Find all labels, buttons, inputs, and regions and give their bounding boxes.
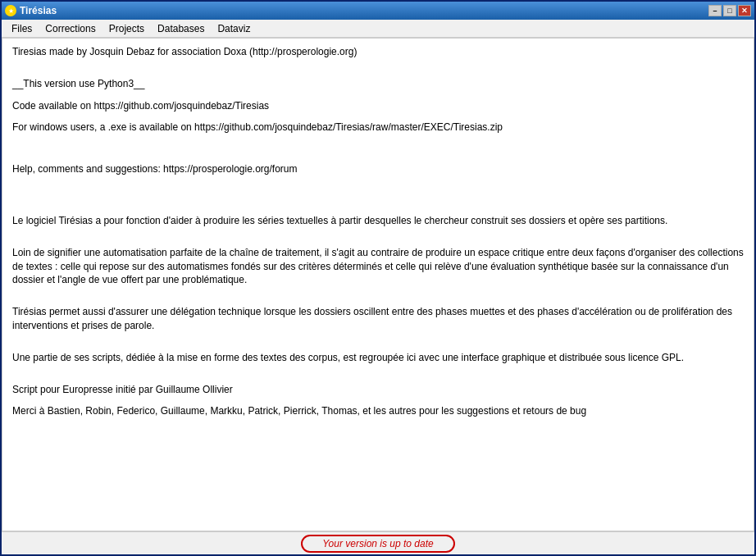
help-line: Help, comments and suggestions: https://… (12, 162, 744, 176)
title-bar: ★ Tirésias – □ ✕ (2, 2, 754, 20)
description-line3: Tirésias permet aussi d'assurer une délé… (12, 305, 744, 333)
menu-bar: Files Corrections Projects Databases Dat… (2, 20, 754, 38)
window-title: Tirésias (20, 5, 57, 16)
description-line1: Le logiciel Tirésias a pour fonction d'a… (12, 214, 744, 228)
menu-dataviz[interactable]: Dataviz (211, 20, 257, 37)
main-window: ★ Tirésias – □ ✕ Files Corrections Proje… (0, 0, 756, 556)
menu-corrections[interactable]: Corrections (39, 20, 102, 37)
menu-databases[interactable]: Databases (151, 20, 211, 37)
script-line: Script pour Europresse initié par Guilla… (12, 383, 744, 397)
app-icon: ★ (5, 5, 16, 16)
menu-files[interactable]: Files (5, 20, 39, 37)
python-version-line: __This version use Python3__ (12, 77, 744, 91)
minimize-button[interactable]: – (708, 5, 722, 16)
maximize-button[interactable]: □ (723, 5, 736, 16)
status-bar: Your version is up to date (2, 531, 754, 554)
windows-line: For windows users, a .exe is available o… (12, 121, 744, 134)
main-content: Tiresias made by Josquin Debaz for assoc… (2, 38, 754, 531)
description-line4: Une partie de ses scripts, dédiée à la m… (12, 351, 744, 365)
window-controls: – □ ✕ (708, 5, 751, 16)
status-message: Your version is up to date (301, 535, 454, 553)
close-button[interactable]: ✕ (738, 5, 751, 16)
description-line2: Loin de signifier une automatisation par… (12, 246, 744, 287)
thanks-line: Merci à Bastien, Robin, Federico, Guilla… (12, 404, 744, 418)
intro-line: Tiresias made by Josquin Debaz for assoc… (12, 45, 744, 59)
menu-projects[interactable]: Projects (102, 20, 151, 37)
code-line: Code available on https://github.com/jos… (12, 99, 744, 113)
title-bar-left: ★ Tirésias (5, 5, 57, 16)
